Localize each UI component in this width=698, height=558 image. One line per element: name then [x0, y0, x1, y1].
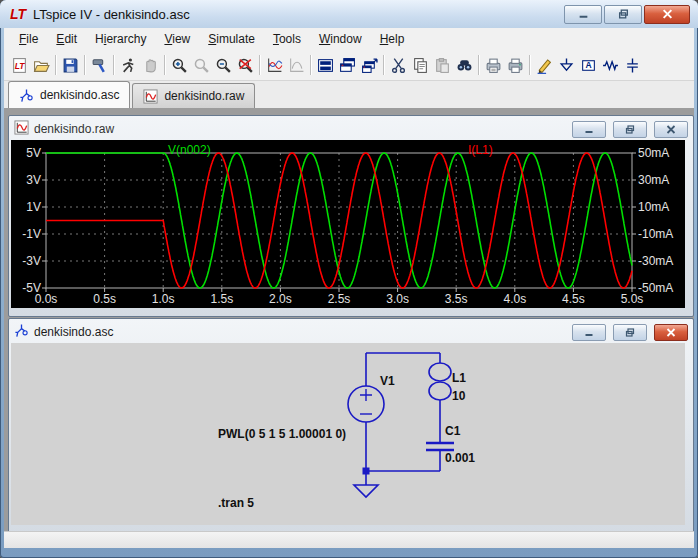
copy-icon — [412, 57, 429, 74]
zoom-back-icon — [193, 57, 210, 74]
autorange-y-axis-button[interactable] — [263, 53, 285, 77]
menu-item-simulate[interactable]: Simulate — [199, 29, 264, 49]
zoom-out-button[interactable] — [212, 53, 234, 77]
zoom-out-icon — [215, 57, 232, 74]
open-file-button[interactable] — [30, 53, 52, 77]
print-preview-icon — [485, 57, 502, 74]
save-button[interactable] — [59, 53, 81, 77]
component-value-c1[interactable]: 0.001 — [445, 451, 475, 465]
minimize-icon — [584, 120, 594, 138]
lt-logo-icon: LT — [10, 6, 26, 22]
run-button[interactable] — [117, 53, 139, 77]
right-axis-tick-label: -30mA — [638, 254, 673, 268]
capacitor-button[interactable] — [621, 53, 643, 77]
menu-item-file[interactable]: File — [10, 29, 47, 49]
tile-windows-button[interactable] — [314, 53, 336, 77]
print-icon — [507, 57, 524, 74]
waveform-titlebar[interactable]: denkisindo.raw — [11, 118, 691, 140]
waveform-close-button[interactable] — [654, 121, 688, 138]
schematic-titlebar[interactable]: denkisindo.asc — [11, 321, 691, 343]
schematic-close-button[interactable] — [654, 324, 688, 341]
x-axis-tick-label: 3.0s — [386, 292, 409, 306]
menu-item-edit[interactable]: Edit — [47, 29, 86, 49]
x-axis-tick-label: 1.0s — [152, 292, 175, 306]
toolbar-separator — [259, 55, 260, 75]
right-axis-tick-label: -10mA — [638, 227, 673, 241]
menu-item-view[interactable]: View — [155, 29, 199, 49]
net-label-icon: A — [580, 57, 597, 74]
open-file-icon — [33, 57, 50, 74]
component-label-c1[interactable]: C1 — [445, 424, 461, 438]
toolbar-separator — [55, 55, 56, 75]
tile-windows-icon — [317, 57, 334, 74]
new-window-button[interactable] — [358, 53, 380, 77]
toolbar-separator — [478, 55, 479, 75]
ltspice-main-window: LT LTspice IV - denkisindo.asc FileEditH… — [0, 0, 698, 558]
mdi-area: denkisindo.raw 5V3V1V-1V-3V-5V50mA30mA10… — [4, 108, 694, 532]
component-label-l1[interactable]: L1 — [452, 371, 466, 385]
print-preview-button[interactable] — [482, 53, 504, 77]
waveform-window: denkisindo.raw 5V3V1V-1V-3V-5V50mA30mA10… — [8, 115, 694, 317]
x-axis-tick-label: 0.5s — [93, 292, 116, 306]
component-value-v1-pwl[interactable]: PWL(0 5 1 5 1.00001 0) — [218, 427, 346, 441]
component-label-v1[interactable]: V1 — [380, 374, 395, 388]
minimize-icon — [578, 5, 589, 23]
schematic-restore-button[interactable] — [613, 324, 647, 341]
x-axis-tick-label: 4.5s — [562, 292, 585, 306]
x-axis-tick-label: 2.5s — [328, 292, 351, 306]
legend-I(L1)[interactable]: I(L1) — [468, 143, 493, 157]
cut-icon — [390, 57, 407, 74]
menu-item-window[interactable]: Window — [310, 29, 371, 49]
zoom-full-extents-button[interactable] — [234, 53, 256, 77]
legend-V(n002)[interactable]: V(n002) — [168, 143, 211, 157]
x-axis-tick-label: 2.0s — [269, 292, 292, 306]
schematic-canvas[interactable]: V1 L1 10 C1 0.001 PWL(0 5 1 5 1.00001 0)… — [11, 343, 685, 525]
zoom-in-icon — [171, 57, 188, 74]
voltage-source-v1[interactable] — [348, 386, 384, 422]
main-titlebar[interactable]: LT LTspice IV - denkisindo.asc — [0, 0, 698, 28]
waveform-restore-button[interactable] — [613, 121, 647, 138]
component-value-l1[interactable]: 10 — [452, 389, 466, 403]
schematic-icon — [14, 323, 29, 342]
new-schematic-icon: LT — [11, 57, 28, 74]
print-button[interactable] — [504, 53, 526, 77]
spice-directive[interactable]: .tran 5 — [218, 496, 254, 510]
toolbar: LTA — [4, 50, 694, 81]
svg-text:A: A — [585, 60, 591, 70]
cut-button[interactable] — [387, 53, 409, 77]
schematic-icon — [19, 88, 34, 103]
tab-denkisindo.raw[interactable]: denkisindo.raw — [132, 83, 255, 108]
find-button[interactable] — [453, 53, 475, 77]
restore-button[interactable] — [604, 5, 642, 24]
minimize-button[interactable] — [564, 5, 602, 24]
close-button[interactable] — [644, 5, 690, 24]
waveform-minimize-button[interactable] — [572, 121, 606, 138]
toolbar-separator — [529, 55, 530, 75]
schematic-minimize-button[interactable] — [572, 324, 606, 341]
cascade-windows-button[interactable] — [336, 53, 358, 77]
autorange-y-axis-icon — [266, 57, 283, 74]
plot-canvas[interactable]: 5V3V1V-1V-3V-5V50mA30mA10mA-10mA-30mA-50… — [11, 140, 685, 308]
toolbar-separator — [310, 55, 311, 75]
close-icon — [662, 5, 673, 23]
waveform-icon — [143, 89, 158, 104]
schematic-window-title: denkisindo.asc — [34, 325, 565, 339]
zoom-in-button[interactable] — [168, 53, 190, 77]
control-panel-button[interactable] — [88, 53, 110, 77]
net-label-button[interactable]: A — [577, 53, 599, 77]
ground-button[interactable] — [555, 53, 577, 77]
ground-symbol[interactable] — [354, 485, 378, 497]
menu-item-hierarchy[interactable]: Hierarchy — [86, 29, 155, 49]
right-axis-tick-label: 30mA — [638, 173, 669, 187]
menu-item-help[interactable]: Help — [371, 29, 414, 49]
waveform-plot[interactable]: 5V3V1V-1V-3V-5V50mA30mA10mA-10mA-30mA-50… — [11, 140, 685, 308]
wire-button[interactable] — [533, 53, 555, 77]
resistor-button[interactable] — [599, 53, 621, 77]
new-schematic-button[interactable]: LT — [8, 53, 30, 77]
menu-item-tools[interactable]: Tools — [264, 29, 310, 49]
tab-denkisindo.asc[interactable]: denkisindo.asc — [8, 81, 130, 108]
control-panel-icon — [91, 57, 108, 74]
paste-icon — [434, 57, 451, 74]
left-axis-tick-label: 3V — [26, 173, 41, 187]
copy-button[interactable] — [409, 53, 431, 77]
